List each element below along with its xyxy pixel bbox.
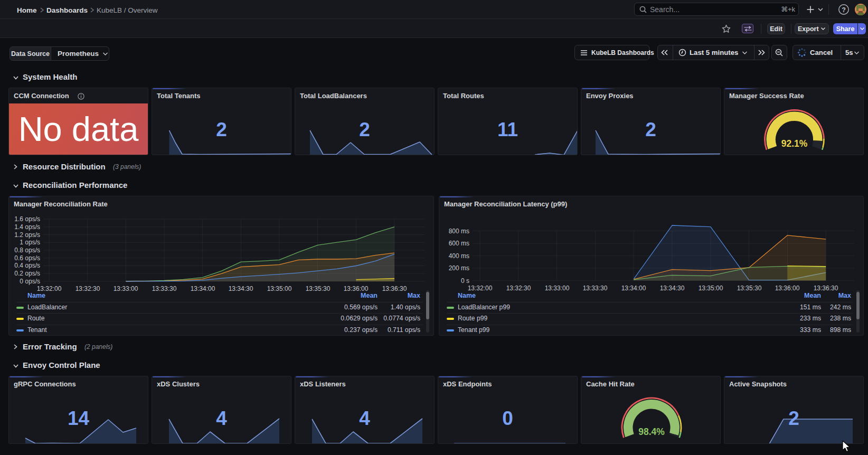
svg-text:?: ? <box>842 6 846 14</box>
svg-text:98.4%: 98.4% <box>638 426 665 437</box>
svg-text:92.1%: 92.1% <box>781 138 808 149</box>
